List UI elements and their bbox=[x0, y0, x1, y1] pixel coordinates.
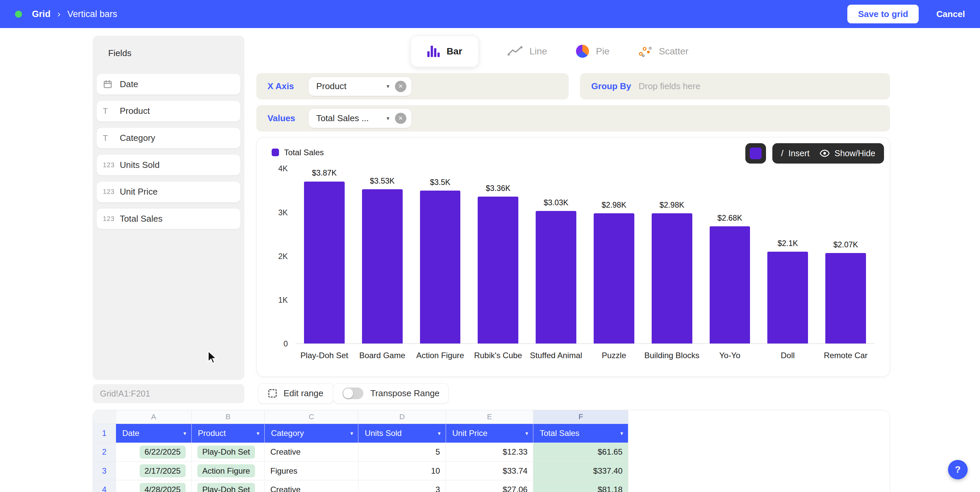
column-dropdown-icon[interactable]: ▾ bbox=[350, 430, 353, 437]
cell-total-sales[interactable]: $61.65 bbox=[533, 443, 628, 462]
total-sales-value: $81.18 bbox=[598, 485, 623, 492]
cell-units-sold[interactable]: 5 bbox=[358, 443, 446, 462]
cell-product[interactable]: Play-Doh Set bbox=[192, 480, 265, 492]
cell-category[interactable]: Creative bbox=[265, 480, 358, 492]
breadcrumb-grid[interactable]: Grid bbox=[32, 9, 51, 19]
cell-total-sales[interactable]: $81.18 bbox=[533, 480, 628, 492]
insert-label: Insert bbox=[788, 149, 809, 158]
field-item-unit-price[interactable]: 123 Unit Price bbox=[96, 181, 241, 203]
group-by-row[interactable]: Group By Drop fields here bbox=[580, 73, 890, 99]
cell-product[interactable]: Action Figure bbox=[192, 462, 265, 480]
values-dropdown[interactable]: Total Sales ... ▾ ✕ bbox=[309, 109, 411, 128]
bar[interactable] bbox=[362, 189, 402, 343]
eye-icon bbox=[820, 150, 830, 157]
x-axis-category-labels: Play-Doh Set Board Game Action Figure Ru… bbox=[295, 344, 875, 360]
column-header-total-sales[interactable]: Total Sales ▾ bbox=[533, 424, 628, 442]
help-button[interactable]: ? bbox=[948, 460, 967, 479]
bar[interactable] bbox=[593, 213, 634, 343]
insert-button[interactable]: / Insert bbox=[781, 148, 810, 158]
column-header-category[interactable]: Category ▾ bbox=[265, 424, 358, 442]
bar[interactable] bbox=[710, 226, 750, 343]
bar[interactable] bbox=[652, 213, 692, 343]
category-label: Board Game bbox=[353, 351, 411, 360]
remove-values-icon[interactable]: ✕ bbox=[395, 113, 406, 124]
tab-bar[interactable]: Bar bbox=[410, 36, 479, 67]
cell-date[interactable]: 2/17/2025 bbox=[116, 462, 192, 480]
row-number[interactable]: 3 bbox=[93, 462, 116, 480]
unit-price-value: $12.33 bbox=[503, 447, 528, 457]
x-axis-dropdown[interactable]: Product ▾ ✕ bbox=[309, 77, 411, 96]
cell-category[interactable]: Figures bbox=[265, 462, 358, 480]
column-letter-f[interactable]: F bbox=[533, 410, 628, 424]
cell-product[interactable]: Play-Doh Set bbox=[192, 443, 265, 462]
column-dropdown-icon[interactable]: ▾ bbox=[525, 430, 528, 437]
series-color-button[interactable] bbox=[745, 143, 766, 164]
column-letter-b[interactable]: B bbox=[192, 410, 265, 424]
units-sold-value: 10 bbox=[431, 466, 440, 476]
field-item-total-sales[interactable]: 123 Total Sales bbox=[96, 208, 241, 230]
cancel-button[interactable]: Cancel bbox=[936, 9, 965, 19]
cell-date[interactable]: 6/22/2025 bbox=[116, 443, 192, 462]
row-number[interactable]: 1 bbox=[93, 424, 116, 442]
field-item-product[interactable]: T Product bbox=[96, 101, 241, 122]
bar[interactable] bbox=[536, 211, 576, 343]
cell-unit-price[interactable]: $12.33 bbox=[446, 443, 534, 462]
product-value: Play-Doh Set bbox=[197, 483, 255, 492]
cell-units-sold[interactable]: 10 bbox=[358, 462, 446, 480]
remove-x-axis-icon[interactable]: ✕ bbox=[395, 81, 406, 92]
cell-category[interactable]: Creative bbox=[265, 443, 358, 462]
bar[interactable] bbox=[825, 253, 866, 343]
column-letter-a[interactable]: A bbox=[116, 410, 192, 424]
category-label: Doll bbox=[759, 351, 817, 360]
chevron-down-icon[interactable]: ▾ bbox=[387, 83, 389, 90]
y-tick: 3K bbox=[278, 208, 288, 217]
range-input[interactable] bbox=[93, 384, 245, 403]
x-axis-row: X Axis Product ▾ ✕ bbox=[256, 73, 569, 99]
column-dropdown-icon[interactable]: ▾ bbox=[438, 430, 440, 437]
tab-pie[interactable]: Pie bbox=[576, 45, 610, 58]
save-to-grid-button[interactable]: Save to grid bbox=[847, 5, 919, 23]
bar[interactable] bbox=[420, 190, 461, 344]
cell-unit-price[interactable]: $27.06 bbox=[446, 480, 534, 492]
bar-column: $2.07K bbox=[817, 169, 875, 343]
column-header-unit-price[interactable]: Unit Price ▾ bbox=[446, 424, 534, 442]
column-letter-c[interactable]: C bbox=[265, 410, 358, 424]
column-dropdown-icon[interactable]: ▾ bbox=[620, 430, 623, 437]
column-header-units-sold[interactable]: Units Sold ▾ bbox=[358, 424, 446, 442]
column-letter-e[interactable]: E bbox=[446, 410, 534, 424]
bar-column: $2.68K bbox=[701, 169, 759, 343]
bar[interactable] bbox=[478, 196, 518, 343]
column-dropdown-icon[interactable]: ▾ bbox=[183, 430, 186, 437]
transpose-toggle[interactable] bbox=[342, 388, 364, 399]
field-item-date[interactable]: Date bbox=[96, 73, 241, 95]
cell-total-sales[interactable]: $337.40 bbox=[533, 462, 628, 480]
show-hide-button[interactable]: Show/Hide bbox=[820, 149, 875, 158]
column-header-product[interactable]: Product ▾ bbox=[192, 424, 265, 442]
tab-line[interactable]: Line bbox=[508, 46, 547, 57]
fields-panel-title: Fields bbox=[96, 48, 241, 58]
cell-date[interactable]: 4/28/2025 bbox=[116, 480, 192, 492]
field-item-category[interactable]: T Category bbox=[96, 128, 241, 149]
tab-scatter[interactable]: Scatter bbox=[638, 46, 689, 57]
tab-bar-label: Bar bbox=[447, 46, 462, 57]
column-letter-d[interactable]: D bbox=[358, 410, 446, 424]
bar-chart-plot: 4K 3K 2K 1K 0 $3.87K $3.53K $3.5K $3.36K bbox=[272, 169, 875, 344]
number-type-icon: 123 bbox=[103, 188, 120, 196]
column-dropdown-icon[interactable]: ▾ bbox=[257, 430, 259, 437]
chevron-down-icon[interactable]: ▾ bbox=[387, 115, 389, 122]
bar[interactable] bbox=[767, 252, 808, 343]
legend-label: Total Sales bbox=[284, 148, 324, 157]
row-number[interactable]: 2 bbox=[93, 443, 116, 462]
sheet-corner[interactable] bbox=[93, 410, 116, 424]
column-header-date[interactable]: Date ▾ bbox=[116, 424, 192, 442]
row-number[interactable]: 4 bbox=[93, 480, 116, 492]
chart-toolbar: / Insert Show/Hide bbox=[745, 143, 884, 164]
number-type-icon: 123 bbox=[103, 161, 120, 169]
fields-panel: Fields Date T Product T Category 123 Uni… bbox=[93, 36, 245, 380]
cell-unit-price[interactable]: $33.74 bbox=[446, 462, 534, 480]
text-type-icon: T bbox=[103, 107, 120, 116]
field-item-units-sold[interactable]: 123 Units Sold bbox=[96, 154, 241, 176]
edit-range-button[interactable]: Edit range bbox=[258, 383, 334, 404]
cell-units-sold[interactable]: 3 bbox=[358, 480, 446, 492]
bar[interactable] bbox=[304, 182, 345, 344]
